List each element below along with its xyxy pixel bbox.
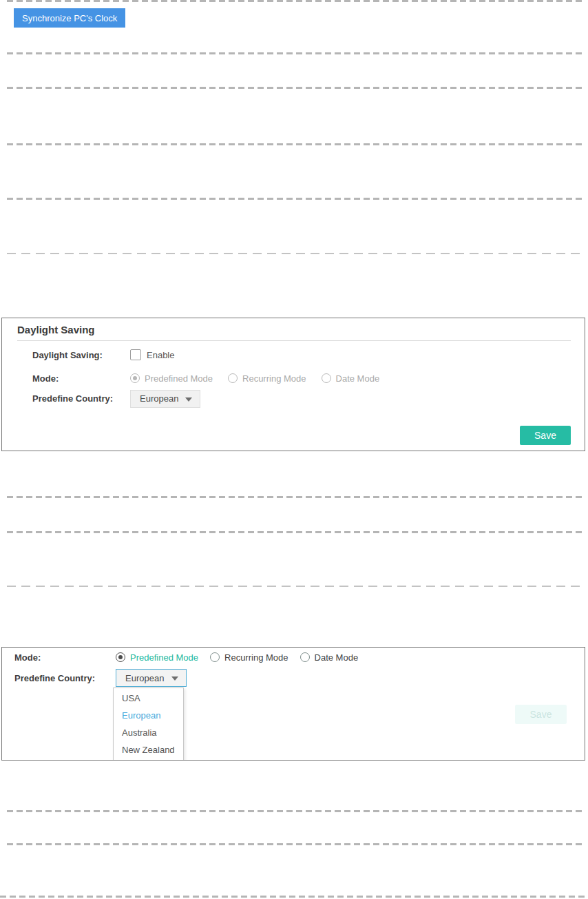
radio-option-label[interactable]: Date Mode [315,652,359,663]
documentation-page: Synchronize PC's Clock Daylight Saving D… [0,0,588,899]
save-button[interactable]: Save [520,426,571,445]
predefine-country-select[interactable]: European [116,669,187,687]
predefine-country-select[interactable]: European [130,390,200,408]
chevron-down-icon [171,676,178,681]
radio-icon [322,373,331,383]
panel-title: Daylight Saving [17,324,95,335]
radio-icon[interactable] [300,652,310,662]
mode-row: Mode: Predefined Mode Recurring Mode Dat… [14,650,373,664]
predefine-country-label: Predefine Country: [32,393,130,404]
dropdown-option-european[interactable]: European [114,707,183,724]
mode-row: Mode: Predefined Mode Recurring Mode Dat… [32,371,395,385]
radio-option-label: Date Mode [336,373,380,384]
radio-selected-icon[interactable] [116,652,125,662]
radio-option-predefined-mode: Predefined Mode [130,373,213,384]
dashed-separator [7,496,585,498]
radio-option-recurring-mode[interactable]: Recurring Mode [210,652,288,663]
predefine-country-label: Predefine Country: [14,673,116,683]
radio-icon[interactable] [210,652,220,662]
radio-icon [228,373,238,383]
title-divider [17,340,571,341]
dashed-separator [7,198,585,200]
enable-checkbox-label[interactable]: Enable [147,350,174,360]
mode-label: Mode: [14,652,116,663]
dashed-separator [7,0,585,2]
radio-option-label: Recurring Mode [242,373,306,384]
radio-option-label[interactable]: Predefined Mode [130,652,198,663]
dashed-separator [7,143,585,145]
predefine-country-row: Predefine Country: European [14,669,187,687]
synchronize-pc-clock-button[interactable]: Synchronize PC's Clock [14,8,125,28]
select-value: European [125,673,164,683]
dashed-separator [7,52,585,54]
radio-option-predefined-mode[interactable]: Predefined Mode [116,652,198,663]
radio-option-date-mode: Date Mode [322,373,380,384]
radio-option-label: Predefined Mode [145,373,213,384]
dashed-separator [7,87,585,89]
dashed-separator [7,586,585,587]
daylight-saving-label: Daylight Saving: [32,350,130,360]
dashed-separator [0,896,588,898]
predefine-country-row: Predefine Country: European [32,389,200,408]
dashed-separator [7,810,585,812]
dashed-separator [7,531,585,533]
daylight-saving-panel: Daylight Saving Daylight Saving: Enable … [1,318,585,451]
dropdown-option-australia[interactable]: Australia [114,724,183,741]
dropdown-option-usa[interactable]: USA [114,690,183,707]
country-dropdown-list: USA European Australia New Zealand [113,688,184,761]
dashed-separator [7,843,585,845]
radio-option-date-mode[interactable]: Date Mode [300,652,359,663]
save-button-faded[interactable]: Save [515,705,567,724]
select-value: European [140,393,178,404]
dashed-separator [7,253,585,254]
radio-option-recurring-mode: Recurring Mode [228,373,306,384]
mode-label: Mode: [32,373,130,384]
radio-option-label[interactable]: Recurring Mode [224,652,288,663]
dropdown-option-new-zealand[interactable]: New Zealand [114,741,183,758]
daylight-saving-row: Daylight Saving: Enable [32,348,174,362]
daylight-saving-panel-active: Mode: Predefined Mode Recurring Mode Dat… [1,647,585,761]
radio-selected-icon [130,373,140,383]
chevron-down-icon [185,397,192,402]
enable-checkbox[interactable] [130,349,141,360]
